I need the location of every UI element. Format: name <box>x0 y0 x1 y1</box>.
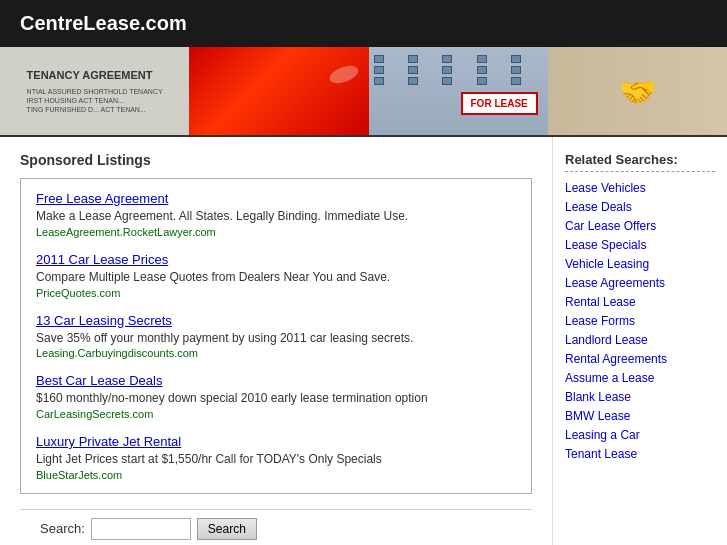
listing-title-2[interactable]: 2011 Car Lease Prices <box>36 252 516 267</box>
listing-desc-1: Make a Lease Agreement. All States. Lega… <box>36 208 516 225</box>
list-item: Vehicle Leasing <box>565 256 715 271</box>
listing-url-4[interactable]: CarLeasingSecrets.com <box>36 408 516 420</box>
related-link[interactable]: Landlord Lease <box>565 333 648 347</box>
list-item: Lease Forms <box>565 313 715 328</box>
list-item: Car Lease Offers <box>565 218 715 233</box>
hero-image-car <box>189 47 368 135</box>
related-link[interactable]: Lease Deals <box>565 200 632 214</box>
related-link[interactable]: Assume a Lease <box>565 371 654 385</box>
listings-box: Free Lease Agreement Make a Lease Agreem… <box>20 178 532 494</box>
listing-title-4[interactable]: Best Car Lease Deals <box>36 373 516 388</box>
hero-image-tenancy: TENANCY AGREEMENT NTIAL ASSURED SHORTHOL… <box>0 47 189 135</box>
related-link[interactable]: Blank Lease <box>565 390 631 404</box>
related-link[interactable]: Lease Specials <box>565 238 646 252</box>
listing-item: 13 Car Leasing Secrets Save 35% off your… <box>36 313 516 360</box>
listing-item: Best Car Lease Deals $160 monthly/no-mon… <box>36 373 516 420</box>
listing-title-3[interactable]: 13 Car Leasing Secrets <box>36 313 516 328</box>
listing-url-2[interactable]: PriceQuotes.com <box>36 287 516 299</box>
list-item: Lease Specials <box>565 237 715 252</box>
search-label: Search: <box>40 521 85 536</box>
hero-image-handshake: 🤝 <box>548 47 727 135</box>
search-bar: Search: Search <box>20 509 532 545</box>
list-item: Tenant Lease <box>565 446 715 461</box>
listing-desc-3: Save 35% off your monthly payment by usi… <box>36 330 516 347</box>
listing-title-1[interactable]: Free Lease Agreement <box>36 191 516 206</box>
list-item: Rental Agreements <box>565 351 715 366</box>
list-item: Rental Lease <box>565 294 715 309</box>
listing-url-5[interactable]: BlueStarJets.com <box>36 469 516 481</box>
list-item: Lease Vehicles <box>565 180 715 195</box>
listing-url-1[interactable]: LeaseAgreement.RocketLawyer.com <box>36 226 516 238</box>
search-input[interactable] <box>91 518 191 540</box>
listing-title-5[interactable]: Luxury Private Jet Rental <box>36 434 516 449</box>
hero-image-building: FOR LEASE <box>369 47 548 135</box>
sponsored-title: Sponsored Listings <box>20 152 532 168</box>
site-title: CentreLease.com <box>20 12 187 34</box>
list-item: Lease Deals <box>565 199 715 214</box>
related-searches-title: Related Searches: <box>565 152 715 172</box>
related-link[interactable]: Lease Agreements <box>565 276 665 290</box>
for-lease-sign: FOR LEASE <box>461 92 538 115</box>
list-item: Assume a Lease <box>565 370 715 385</box>
list-item: Lease Agreements <box>565 275 715 290</box>
list-item: Landlord Lease <box>565 332 715 347</box>
related-links-list: Lease Vehicles Lease Deals Car Lease Off… <box>565 180 715 461</box>
listing-url-3[interactable]: Leasing.Carbuyingdiscounts.com <box>36 347 516 359</box>
listing-desc-5: Light Jet Prices start at $1,550/hr Call… <box>36 451 516 468</box>
list-item: BMW Lease <box>565 408 715 423</box>
main-layout: Sponsored Listings Free Lease Agreement … <box>0 137 727 545</box>
list-item: Leasing a Car <box>565 427 715 442</box>
listing-item: Luxury Private Jet Rental Light Jet Pric… <box>36 434 516 481</box>
listing-desc-2: Compare Multiple Lease Quotes from Deale… <box>36 269 516 286</box>
list-item: Blank Lease <box>565 389 715 404</box>
related-link[interactable]: BMW Lease <box>565 409 630 423</box>
related-link[interactable]: Rental Agreements <box>565 352 667 366</box>
sidebar: Related Searches: Lease Vehicles Lease D… <box>552 137 727 545</box>
related-link[interactable]: Rental Lease <box>565 295 636 309</box>
main-content: Sponsored Listings Free Lease Agreement … <box>0 137 552 545</box>
related-link[interactable]: Car Lease Offers <box>565 219 656 233</box>
related-link[interactable]: Leasing a Car <box>565 428 640 442</box>
search-button[interactable]: Search <box>197 518 257 540</box>
related-link[interactable]: Tenant Lease <box>565 447 637 461</box>
related-link[interactable]: Lease Vehicles <box>565 181 646 195</box>
listing-item: Free Lease Agreement Make a Lease Agreem… <box>36 191 516 238</box>
related-link[interactable]: Lease Forms <box>565 314 635 328</box>
related-link[interactable]: Vehicle Leasing <box>565 257 649 271</box>
listing-desc-4: $160 monthly/no-money down special 2010 … <box>36 390 516 407</box>
hero-banner: TENANCY AGREEMENT NTIAL ASSURED SHORTHOL… <box>0 47 727 137</box>
site-header: CentreLease.com <box>0 0 727 47</box>
listing-item: 2011 Car Lease Prices Compare Multiple L… <box>36 252 516 299</box>
